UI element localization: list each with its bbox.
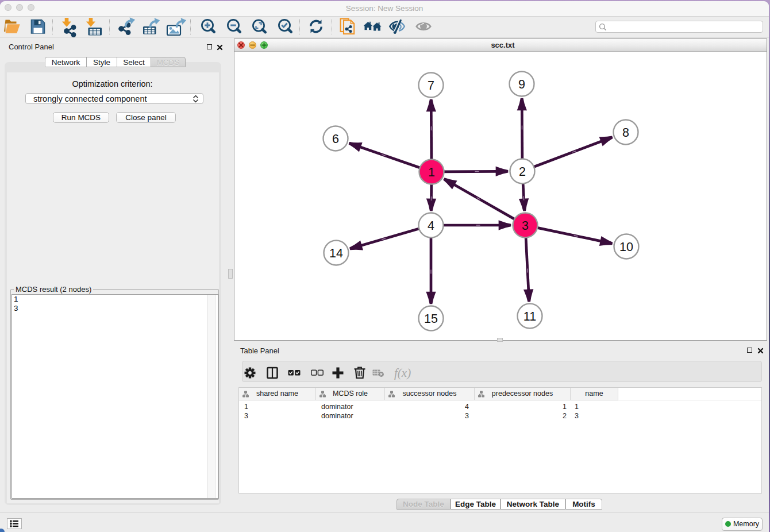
svg-text:15: 15 [424,312,438,326]
svg-text:1: 1 [428,165,435,179]
svg-text:3: 3 [522,219,529,233]
svg-text:11: 11 [523,310,536,323]
svg-text:4: 4 [428,219,434,233]
svg-text:14: 14 [329,246,343,260]
svg-text:6: 6 [332,132,339,146]
svg-text:2: 2 [519,165,526,179]
svg-text:7: 7 [428,79,434,92]
svg-text:8: 8 [622,126,629,140]
svg-text:f(x): f(x) [394,366,411,380]
svg-text:9: 9 [518,78,525,91]
svg-text:10: 10 [619,240,633,254]
